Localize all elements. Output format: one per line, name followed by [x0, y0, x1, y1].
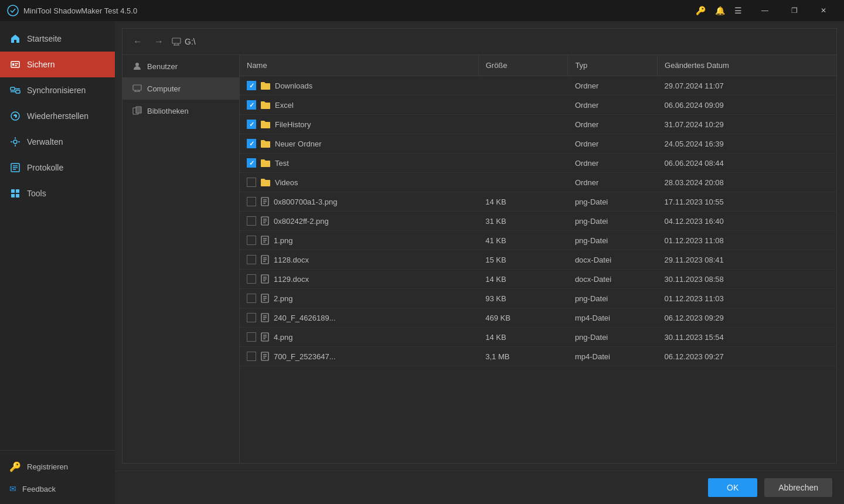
sidebar-item-protokolle[interactable]: Protokolle — [0, 155, 115, 181]
file-checkbox[interactable] — [247, 332, 256, 342]
back-button[interactable]: ← — [130, 33, 146, 50]
file-checkbox[interactable] — [247, 216, 256, 226]
file-name-cell: 1128.docx — [240, 250, 478, 269]
file-scroll-wrapper[interactable]: Name Größe Typ Geändertes Datum Download… — [240, 55, 836, 463]
file-checkbox[interactable] — [247, 236, 256, 245]
table-row[interactable]: 0x800700a1-3.png14 KBpng-Datei17.11.2023… — [240, 192, 836, 212]
file-checkbox[interactable] — [247, 139, 256, 148]
sidebar-item-tools[interactable]: Tools — [0, 181, 115, 206]
file-size: 469 KB — [478, 308, 568, 328]
close-button[interactable]: ✕ — [810, 0, 837, 21]
table-row[interactable]: 0x80242ff-2.png31 KBpng-Datei04.12.2023 … — [240, 212, 836, 231]
file-name-text: Neuer Ordner — [275, 139, 321, 148]
cancel-button[interactable]: Abbrechen — [764, 478, 832, 497]
file-type: Ordner — [568, 134, 658, 154]
table-row[interactable]: 4.png14 KBpng-Datei30.11.2023 15:54 — [240, 328, 836, 347]
key-icon[interactable]: 🔑 — [696, 6, 706, 15]
file-checkbox[interactable] — [247, 352, 256, 361]
file-type: mp4-Datei — [568, 308, 658, 328]
col-name[interactable]: Name — [240, 55, 478, 76]
sidebar-label-protokolle: Protokolle — [27, 163, 63, 172]
file-name-cell: 1129.docx — [240, 270, 478, 288]
table-row[interactable]: 1128.docx15 KBdocx-Datei29.11.2023 08:41 — [240, 250, 836, 270]
forward-button[interactable]: → — [151, 33, 167, 50]
svg-rect-18 — [16, 194, 19, 197]
file-type: Ordner — [568, 173, 658, 192]
table-row[interactable]: 1.png41 KBpng-Datei01.12.2023 11:08 — [240, 231, 836, 250]
sidebar-item-registrieren[interactable]: 🔑 Registrieren — [0, 455, 115, 478]
file-browser: ← → G:\ — [122, 28, 837, 464]
file-checkbox[interactable] — [247, 274, 256, 284]
tree-item-benutzer[interactable]: Benutzer — [122, 55, 239, 77]
table-row[interactable]: Neuer OrdnerOrdner24.05.2024 16:39 — [240, 134, 836, 154]
file-date: 06.12.2023 09:29 — [658, 308, 836, 328]
ok-button[interactable]: OK — [708, 478, 757, 497]
file-name-text: Test — [275, 159, 289, 168]
file-icon — [261, 197, 269, 206]
file-checkbox[interactable] — [247, 313, 256, 322]
tree-label-computer: Computer — [147, 84, 181, 93]
menu-icon[interactable]: ☰ — [734, 6, 742, 15]
file-date: 06.06.2024 08:44 — [658, 154, 836, 173]
table-row[interactable]: ExcelOrdner06.06.2024 09:09 — [240, 96, 836, 115]
file-date: 01.12.2023 11:03 — [658, 289, 836, 308]
manage-icon — [9, 136, 21, 148]
tree-item-bibliotheken[interactable]: Bibliotheken — [122, 100, 239, 122]
sidebar-item-startseite[interactable]: Startseite — [0, 26, 115, 52]
svg-rect-16 — [16, 189, 19, 193]
sidebar-item-synchronisieren[interactable]: Synchronisieren — [0, 77, 115, 103]
table-row[interactable]: TestOrdner06.06.2024 08:44 — [240, 154, 836, 173]
tools-icon — [9, 188, 21, 199]
file-size — [478, 115, 568, 134]
file-size: 15 KB — [478, 250, 568, 270]
minimize-button[interactable]: — — [751, 0, 778, 21]
file-date: 24.05.2024 16:39 — [658, 134, 836, 154]
mail-icon: ✉ — [9, 484, 16, 493]
file-name-text: Excel — [275, 101, 294, 110]
col-type[interactable]: Typ — [568, 55, 658, 76]
file-checkbox[interactable] — [247, 255, 256, 264]
sidebar-item-wiederherstellen[interactable]: Wiederherstellen — [0, 103, 115, 129]
file-checkbox[interactable] — [247, 178, 256, 187]
file-checkbox[interactable] — [247, 100, 256, 110]
file-type: png-Datei — [568, 328, 658, 347]
table-row[interactable]: 700_F_2523647...3,1 MBmp4-Datei06.12.202… — [240, 347, 836, 366]
col-size[interactable]: Größe — [478, 55, 568, 76]
file-checkbox[interactable] — [247, 197, 256, 206]
svg-point-23 — [135, 63, 139, 66]
file-type: mp4-Datei — [568, 347, 658, 366]
table-row[interactable]: 1129.docx14 KBdocx-Datei30.11.2023 08:58 — [240, 270, 836, 289]
file-checkbox[interactable] — [247, 158, 256, 168]
file-icon — [261, 274, 269, 284]
svg-rect-5 — [11, 87, 15, 90]
table-row[interactable]: DownloadsOrdner29.07.2024 11:07 — [240, 76, 836, 96]
tree-item-computer[interactable]: Computer — [122, 77, 239, 100]
file-checkbox[interactable] — [247, 120, 256, 129]
table-row[interactable]: 2.png93 KBpng-Datei01.12.2023 11:03 — [240, 289, 836, 308]
file-type: Ordner — [568, 115, 658, 134]
file-name-text: 1128.docx — [274, 256, 309, 264]
sidebar-item-feedback[interactable]: ✉ Feedback — [0, 478, 115, 499]
file-name-cell: Neuer Ordner — [240, 134, 478, 153]
file-checkbox[interactable] — [247, 81, 256, 90]
svg-rect-6 — [16, 90, 20, 93]
app-title: MiniTool ShadowMaker Test 4.5.0 — [23, 6, 137, 15]
file-icon — [261, 352, 269, 361]
folder-icon — [261, 139, 270, 148]
svg-point-0 — [8, 5, 18, 16]
table-row[interactable]: 240_F_4626189...469 KBmp4-Datei06.12.202… — [240, 308, 836, 328]
table-row[interactable]: FileHistoryOrdner31.07.2024 10:29 — [240, 115, 836, 134]
bell-icon[interactable]: 🔔 — [715, 6, 725, 15]
file-date: 01.12.2023 11:08 — [658, 231, 836, 250]
col-date[interactable]: Geändertes Datum — [658, 55, 836, 76]
sidebar-label-synchronisieren: Synchronisieren — [27, 86, 86, 95]
table-row[interactable]: VideosOrdner28.03.2024 20:08 — [240, 173, 836, 192]
sidebar-item-verwalten[interactable]: Verwalten — [0, 129, 115, 155]
sidebar-item-sichern[interactable]: Sichern — [0, 52, 115, 77]
tree-pane: Benutzer Computer — [122, 55, 240, 463]
file-type: png-Datei — [568, 192, 658, 212]
folder-icon — [261, 120, 270, 128]
file-checkbox[interactable] — [247, 294, 256, 303]
file-name-cell: 1.png — [240, 231, 478, 250]
maximize-button[interactable]: ❐ — [781, 0, 808, 21]
